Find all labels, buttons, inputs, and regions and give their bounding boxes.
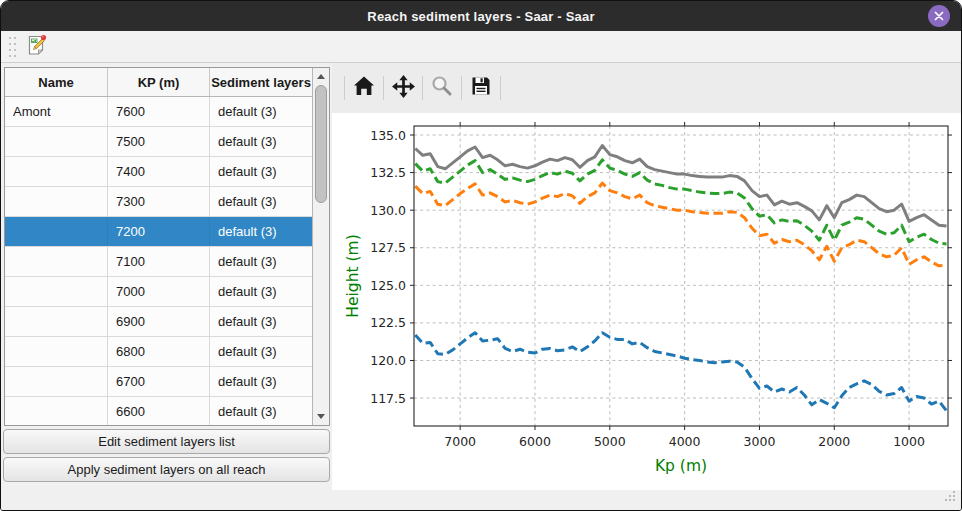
table-scrollbar[interactable] (312, 68, 329, 425)
cell-name (5, 217, 108, 246)
home-button[interactable] (350, 73, 378, 103)
scroll-up-button[interactable] (313, 69, 329, 84)
cell-kp: 6600 (108, 397, 210, 425)
series-layer-3 (415, 183, 946, 266)
home-icon (352, 74, 376, 102)
table-row[interactable]: 7500default (3) (5, 127, 312, 157)
cell-layers: default (3) (210, 397, 312, 425)
table-row[interactable]: 7100default (3) (5, 247, 312, 277)
window-title: Reach sediment layers - Saar - Saar (367, 9, 594, 24)
zoom-icon (430, 74, 454, 102)
table-row[interactable]: 6700default (3) (5, 367, 312, 397)
sediment-chart: 7000600050004000300020001000117.5120.012… (332, 113, 961, 490)
cell-kp: 7100 (108, 247, 210, 276)
main-toolbar (1, 31, 961, 63)
edit-sediment-button[interactable] (23, 33, 51, 61)
table-row[interactable]: 7200default (3) (5, 217, 312, 247)
scrollbar-thumb[interactable] (315, 85, 327, 203)
pan-button[interactable] (389, 73, 417, 103)
series-layer-top (415, 146, 946, 226)
cell-name (5, 157, 108, 186)
table-row[interactable]: Amont7600default (3) (5, 97, 312, 127)
cell-kp: 6800 (108, 337, 210, 366)
table-body: Amont7600default (3)7500default (3)7400d… (5, 97, 312, 425)
cell-kp: 7200 (108, 217, 210, 246)
table-row[interactable]: 6600default (3) (5, 397, 312, 425)
table-row[interactable]: 6800default (3) (5, 337, 312, 367)
cell-name (5, 247, 108, 276)
cell-kp: 6900 (108, 307, 210, 336)
svg-text:120.0: 120.0 (370, 353, 406, 368)
cell-name (5, 337, 108, 366)
svg-text:117.5: 117.5 (370, 391, 406, 406)
save-icon (469, 74, 493, 102)
svg-text:4000: 4000 (669, 434, 701, 449)
svg-text:132.5: 132.5 (370, 165, 406, 180)
sediment-table: Name KP (m) Sediment layers Amont7600def… (4, 67, 330, 426)
cell-kp: 7000 (108, 277, 210, 306)
cell-layers: default (3) (210, 367, 312, 396)
cell-name (5, 397, 108, 425)
header-name[interactable]: Name (5, 68, 108, 96)
cell-layers: default (3) (210, 337, 312, 366)
svg-text:130.0: 130.0 (370, 203, 406, 218)
cell-name: Amont (5, 97, 108, 126)
title-bar[interactable]: Reach sediment layers - Saar - Saar (1, 1, 961, 31)
svg-text:2000: 2000 (818, 434, 850, 449)
cell-layers: default (3) (210, 277, 312, 306)
toolbar-separator (383, 76, 384, 100)
cell-layers: default (3) (210, 307, 312, 336)
svg-text:135.0: 135.0 (370, 128, 406, 143)
table-row[interactable]: 7400default (3) (5, 157, 312, 187)
svg-text:6000: 6000 (519, 434, 551, 449)
save-button[interactable] (467, 73, 495, 103)
plot-toolbar (332, 63, 961, 113)
table-row[interactable]: 7000default (3) (5, 277, 312, 307)
toolbar-separator (344, 76, 345, 100)
cell-kp: 7600 (108, 97, 210, 126)
cell-kp: 7400 (108, 157, 210, 186)
status-bar (1, 490, 961, 510)
cell-name (5, 277, 108, 306)
table-row[interactable]: 6900default (3) (5, 307, 312, 337)
svg-text:127.5: 127.5 (370, 240, 406, 255)
cell-layers: default (3) (210, 187, 312, 216)
cell-name (5, 307, 108, 336)
cell-layers: default (3) (210, 247, 312, 276)
cell-layers: default (3) (210, 217, 312, 246)
scroll-down-icon (317, 414, 325, 419)
svg-text:5000: 5000 (594, 434, 626, 449)
scroll-down-button[interactable] (313, 409, 329, 424)
toolbar-grip-handle[interactable] (7, 35, 17, 59)
cell-layers: default (3) (210, 157, 312, 186)
cell-layers: default (3) (210, 97, 312, 126)
edit-sediment-layers-list-button[interactable]: Edit sediment layers list (3, 429, 330, 454)
svg-text:7000: 7000 (444, 434, 476, 449)
x-axis-label: Kp (m) (655, 457, 707, 475)
apply-sediment-layers-button[interactable]: Apply sediment layers on all reach (3, 457, 330, 482)
toolbar-separator (500, 76, 501, 100)
zoom-button[interactable] (428, 73, 456, 103)
series-layer-bottom (415, 333, 946, 411)
svg-text:3000: 3000 (744, 434, 776, 449)
table-row[interactable]: 7300default (3) (5, 187, 312, 217)
x-tick-labels: 7000600050004000300020001000 (444, 434, 925, 449)
pan-icon (391, 74, 416, 103)
app-window: Reach sediment layers - Saar - Saar (0, 0, 962, 511)
toolbar-separator (422, 76, 423, 100)
resize-grip[interactable] (943, 489, 957, 507)
cell-kp: 6700 (108, 367, 210, 396)
cell-name (5, 367, 108, 396)
header-kp[interactable]: KP (m) (108, 68, 210, 96)
cell-name (5, 187, 108, 216)
cell-kp: 7500 (108, 127, 210, 156)
table-header: Name KP (m) Sediment layers (5, 68, 312, 97)
cell-layers: default (3) (210, 127, 312, 156)
close-button[interactable] (928, 5, 950, 27)
header-sediment-layers[interactable]: Sediment layers (210, 68, 312, 96)
chart-canvas[interactable]: 7000600050004000300020001000117.5120.012… (332, 113, 961, 490)
y-axis-label: Height (m) (344, 234, 362, 317)
edit-sediment-icon (25, 33, 49, 61)
table-content: Name KP (m) Sediment layers Amont7600def… (5, 68, 312, 425)
y-tick-labels: 117.5120.0122.5125.0127.5130.0132.5135.0 (370, 128, 406, 406)
